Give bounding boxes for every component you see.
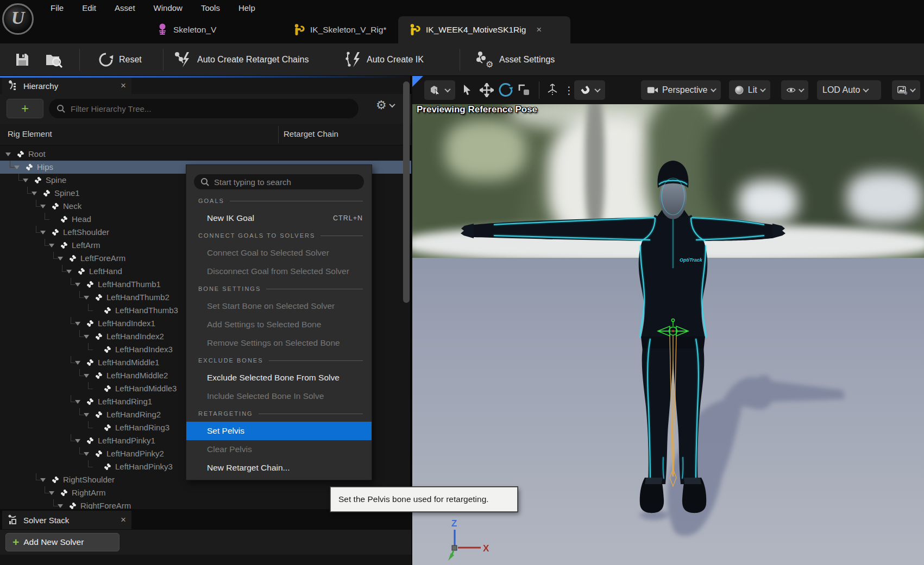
menu-item-disconnect-goal-from-selected-solver[interactable]: Disconnect Goal from Selected Solver [186,262,372,281]
rotate-tool-button[interactable] [498,80,513,100]
auto-ik-icon [344,51,362,68]
select-tool-button[interactable] [462,80,472,100]
expander-icon[interactable] [84,374,89,378]
column-rig-element[interactable]: Rig Element [8,129,52,138]
expander-icon[interactable] [32,192,37,195]
menu-item-remove-settings-on-selected-bone[interactable]: Remove Settings on Selected Bone [186,334,372,352]
tree-scrollbar[interactable] [403,81,410,303]
unreal-logo-icon[interactable]: U [2,3,34,35]
auto-create-ik-button[interactable]: Auto Create IK [344,43,424,76]
character-shadow [640,375,845,536]
bone-icon [103,423,112,432]
expander-icon[interactable] [66,270,72,274]
browse-to-asset-button[interactable] [45,43,63,76]
tab-skeleton-v[interactable]: Skeleton_V [156,16,216,43]
expander-icon[interactable] [84,335,89,339]
coordinate-space-button[interactable] [546,80,559,100]
add-new-button[interactable]: + [7,99,43,118]
expander-icon[interactable] [84,413,89,417]
column-divider[interactable] [278,126,279,143]
snapping-button[interactable] [574,80,605,100]
skeleton-icon [156,23,168,36]
menu-edit[interactable]: Edit [73,0,105,16]
tab-ik-week4-motivesk1rig[interactable]: IK_WEEK4_MotiveSK1Rig × [398,16,570,43]
add-solver-row: + Add New Solver [0,530,411,555]
menu-file[interactable]: File [41,0,73,16]
gear-icon: ⚙ [376,98,387,112]
expander-icon[interactable] [84,296,89,300]
menu-item-new-ik-goal[interactable]: New IK GoalCTRL+N [186,209,372,227]
menu-item-include-selected-bone-in-solve[interactable]: Include Selected Bone In Solve [186,387,372,405]
menu-asset[interactable]: Asset [105,0,144,16]
menu-tools[interactable]: Tools [192,0,229,16]
svg-text:⚙: ⚙ [904,91,907,96]
menu-window[interactable]: Window [144,0,192,16]
screenshot-settings-button[interactable]: ⚙ [892,80,920,100]
close-icon[interactable]: × [121,515,126,525]
tree-row-root[interactable]: Root [0,148,411,161]
menu-item-label: Add Settings to Selected Bone [207,320,321,329]
show-flags-button[interactable] [781,80,808,100]
camera-perspective-button[interactable]: Perspective [641,80,721,100]
expander-icon[interactable] [75,283,80,287]
expander-icon[interactable] [58,504,63,508]
menu-item-add-settings-to-selected-bone[interactable]: Add Settings to Selected Bone [186,315,372,334]
menu-item-clear-pelvis[interactable]: Clear Pelvis [186,440,372,459]
bone-icon [95,410,103,419]
tree-label: LeftHandRing3 [115,421,169,434]
expander-icon[interactable] [14,166,20,169]
expander-icon[interactable] [75,322,80,326]
menu-item-connect-goal-to-selected-solver[interactable]: Connect Goal to Selected Solver [186,244,372,262]
save-button[interactable] [14,43,30,76]
hierarchy-settings-button[interactable]: ⚙ [376,98,394,112]
expander-icon[interactable] [58,257,63,261]
expander-icon[interactable] [40,205,46,208]
suit-logo: OptiTrack [680,257,703,263]
toolbar-separator [79,49,80,71]
menu-item-new-retarget-chain[interactable]: New Retarget Chain... [186,459,372,477]
lod-button[interactable]: LOD Auto [817,80,881,100]
scale-tool-button[interactable] [518,80,531,100]
bone-icon [95,371,103,380]
expander-icon[interactable] [40,478,46,482]
filter-input[interactable]: Filter Hierarchy Tree... [49,99,359,118]
expander-icon[interactable] [75,361,80,365]
selection-mode-button[interactable] [424,80,455,100]
close-icon[interactable]: × [121,80,126,91]
expander-icon[interactable] [75,400,80,404]
context-menu-search-placeholder: Start typing to search [214,177,291,187]
menu-help[interactable]: Help [229,0,265,16]
menu-item-label: Set Start Bone on Selected Solver [207,301,335,311]
bone-icon [86,397,95,406]
translate-tool-button[interactable] [480,80,494,100]
hierarchy-panel-tab[interactable]: Hierarchy × [2,78,131,94]
svg-text:⚙: ⚙ [486,60,493,68]
add-new-solver-button[interactable]: + Add New Solver [5,533,120,551]
context-menu-search-input[interactable]: Start typing to search [194,174,364,189]
menu-item-set-start-bone-on-selected-solver[interactable]: Set Start Bone on Selected Solver [186,297,372,315]
save-icon [14,52,30,68]
expander-icon[interactable] [40,231,46,234]
close-icon[interactable]: × [536,24,542,35]
menu-item-label: Set Pelvis [207,426,244,436]
expander-icon[interactable] [23,179,28,182]
lit-mode-button[interactable]: Lit [729,80,770,100]
expander-icon[interactable] [84,452,89,456]
asset-settings-button[interactable]: ⚙ Asset Settings [476,43,555,76]
menu-item-exclude-selected-bone-from-solve[interactable]: Exclude Selected Bone From Solve [186,369,372,387]
more-options-button[interactable]: ⋮ [564,80,574,100]
solver-stack-panel-tab[interactable]: Solver Stack × [2,511,131,529]
rotate-icon [498,82,513,98]
context-menu: Start typing to search GOALSNew IK GoalC… [186,164,372,480]
bone-icon [103,306,112,315]
reset-button[interactable]: Reset [98,43,142,76]
column-retarget-chain[interactable]: Retarget Chain [284,129,338,138]
tab-ik-skeleton-v-rig[interactable]: IK_Skeleton_V_Rig* [292,16,386,43]
auto-create-retarget-chains-button[interactable]: Auto Create Retarget Chains [174,43,309,76]
expander-icon[interactable] [49,491,54,495]
menu-item-set-pelvis[interactable]: Set Pelvis [186,422,372,440]
expander-icon[interactable] [5,153,11,156]
perspective-label: Perspective [662,85,708,95]
expander-icon[interactable] [75,439,80,443]
expander-icon[interactable] [49,244,54,247]
